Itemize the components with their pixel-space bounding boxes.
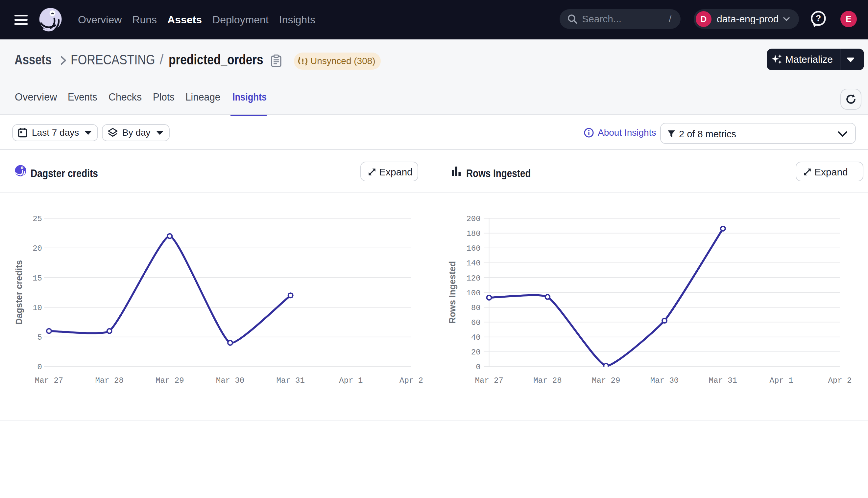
svg-text:Mar 28: Mar 28 [533, 376, 562, 385]
svg-text:Apr 1: Apr 1 [339, 376, 363, 385]
svg-text:Mar 27: Mar 27 [35, 376, 63, 385]
svg-text:Apr 2: Apr 2 [399, 376, 423, 385]
svg-text:10: 10 [33, 303, 42, 312]
svg-text:25: 25 [33, 214, 42, 223]
svg-text:?: ? [816, 13, 821, 23]
svg-text:0: 0 [38, 363, 42, 371]
svg-text:Mar 30: Mar 30 [650, 376, 679, 385]
svg-text:20: 20 [471, 348, 481, 357]
svg-text:Apr 2: Apr 2 [828, 376, 852, 385]
svg-text:140: 140 [466, 259, 480, 268]
svg-text:100: 100 [466, 289, 480, 298]
svg-text:160: 160 [466, 244, 480, 253]
svg-text:Mar 30: Mar 30 [216, 376, 244, 385]
svg-text:Rows Ingested: Rows Ingested [447, 261, 457, 324]
svg-text:Mar 29: Mar 29 [155, 376, 184, 385]
svg-text:60: 60 [471, 318, 481, 327]
svg-text:80: 80 [471, 303, 481, 312]
svg-text:Mar 28: Mar 28 [95, 376, 123, 385]
svg-text:Dagster credits: Dagster credits [14, 260, 24, 325]
svg-text:Mar 29: Mar 29 [592, 376, 620, 385]
svg-text:5: 5 [38, 333, 42, 342]
svg-text:Apr 1: Apr 1 [770, 376, 793, 385]
svg-text:Mar 27: Mar 27 [475, 376, 503, 385]
svg-text:40: 40 [471, 333, 481, 342]
svg-text:Mar 31: Mar 31 [276, 376, 305, 385]
svg-text:120: 120 [466, 274, 480, 283]
svg-text:Mar 31: Mar 31 [709, 376, 737, 385]
svg-text:15: 15 [33, 274, 42, 283]
svg-text:180: 180 [466, 229, 480, 238]
svg-text:20: 20 [33, 244, 42, 253]
svg-text:0: 0 [476, 363, 480, 371]
svg-text:200: 200 [466, 214, 480, 223]
